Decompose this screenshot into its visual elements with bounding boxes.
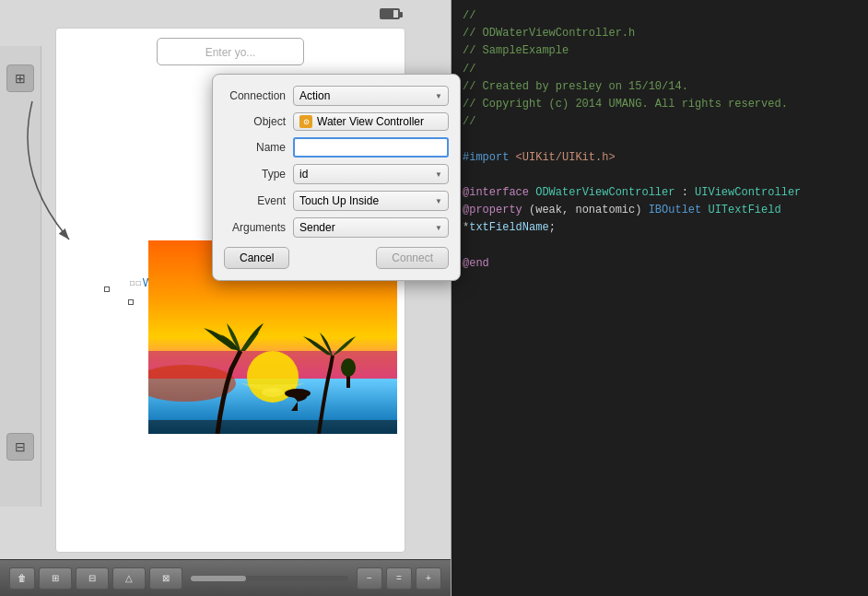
name-input-wrapper[interactable] <box>293 137 449 158</box>
zoom-reset-button[interactable]: = <box>386 567 412 590</box>
object-label: Object <box>224 115 293 128</box>
type-dropdown-arrow: ▼ <box>435 170 442 179</box>
event-dropdown-arrow: ▼ <box>435 197 442 205</box>
arguments-dropdown[interactable]: Sender ▼ <box>293 217 449 238</box>
ib-canvas: ⊞ ⊟ Enter yo... □ Wate... <box>0 0 452 596</box>
object-value-field: ⊙ Water View Controller <box>293 112 449 131</box>
code-editor: // // ODWaterViewController.h // SampleE… <box>452 0 868 596</box>
connection-dropdown-arrow: ▼ <box>435 92 442 100</box>
svg-rect-9 <box>148 420 397 434</box>
code-line-12: @property (weak, nonatomic) IBOutlet UIT… <box>463 202 857 237</box>
connection-value-field[interactable]: Action ▼ <box>293 86 449 106</box>
type-label: Type <box>224 168 293 181</box>
sim-textfield: Enter yo... <box>157 38 304 65</box>
code-line-11: @interface ODWaterViewController : UIVie… <box>463 184 857 202</box>
event-dropdown[interactable]: Touch Up Inside ▼ <box>293 191 449 211</box>
name-row: Name <box>224 137 449 158</box>
top-bar <box>0 0 451 28</box>
connect-button[interactable]: Connect <box>376 247 449 269</box>
arguments-dropdown-arrow: ▼ <box>435 224 442 232</box>
object-icon: ⊙ <box>299 115 312 128</box>
code-line-8 <box>463 131 857 148</box>
code-line-5: // Created by presley on 15/10/14. <box>463 78 857 96</box>
arguments-value-field[interactable]: Sender ▼ <box>293 217 449 238</box>
scroll-thumb[interactable] <box>191 576 246 581</box>
embed-button[interactable]: ⊠ <box>149 567 182 590</box>
type-row: Type id ▼ <box>224 164 449 184</box>
code-line-4: // <box>463 61 857 78</box>
code-line-1: // <box>463 7 857 25</box>
resolve-button[interactable]: △ <box>112 567 146 590</box>
handle-1 <box>128 299 134 305</box>
type-value-field[interactable]: id ▼ <box>293 164 449 184</box>
code-line-9: #import <UIKit/UIKit.h> <box>463 149 857 167</box>
name-label: Name <box>224 141 293 154</box>
event-value-field[interactable]: Touch Up Inside ▼ <box>293 191 449 211</box>
scrollbar-area[interactable] <box>191 576 348 581</box>
cancel-button[interactable]: Cancel <box>224 247 289 269</box>
event-row: Event Touch Up Inside ▼ <box>224 191 449 211</box>
type-dropdown-text: id <box>299 168 308 181</box>
connection-dialog: Connection Action ▼ Object ⊙ Water View … <box>212 74 461 281</box>
code-line-2: // ODWaterViewController.h <box>463 25 857 42</box>
event-label: Event <box>224 194 293 207</box>
connection-dropdown-text: Action <box>299 89 330 102</box>
code-line-6: // Copyright (c) 2014 UMANG. All rights … <box>463 96 857 113</box>
code-line-14: @end <box>463 255 857 273</box>
type-dropdown[interactable]: id ▼ <box>293 164 449 184</box>
code-line-3: // SampleExample <box>463 42 857 60</box>
code-line-10 <box>463 167 857 184</box>
code-line-13 <box>463 237 857 254</box>
arguments-label: Arguments <box>224 221 293 234</box>
dialog-buttons: Cancel Connect <box>224 247 449 269</box>
code-line-7: // <box>463 113 857 131</box>
name-input[interactable] <box>293 137 449 158</box>
sidebar-icon-top[interactable]: ⊞ <box>6 64 34 92</box>
object-text: Water View Controller <box>317 115 424 128</box>
connection-dropdown[interactable]: Action ▼ <box>293 86 449 106</box>
arguments-dropdown-text: Sender <box>299 221 335 234</box>
svg-point-8 <box>341 358 356 377</box>
battery-icon <box>380 8 400 19</box>
svg-point-6 <box>285 389 311 398</box>
bottom-toolbar: 🗑 ⊞ ⊟ △ ⊠ − = + <box>0 559 451 596</box>
arguments-row: Arguments Sender ▼ <box>224 217 449 238</box>
object-display: ⊙ Water View Controller <box>293 112 449 131</box>
object-row: Object ⊙ Water View Controller <box>224 112 449 131</box>
connection-row: Connection Action ▼ <box>224 86 449 106</box>
event-dropdown-text: Touch Up Inside <box>299 194 379 207</box>
delete-button[interactable]: 🗑 <box>9 567 35 590</box>
pin-button[interactable]: ⊟ <box>76 567 109 590</box>
sidebar-icon-bottom[interactable]: ⊟ <box>6 433 34 461</box>
zoom-out-button[interactable]: − <box>357 567 382 590</box>
zoom-in-button[interactable]: + <box>416 567 441 590</box>
layout-button[interactable]: ⊞ <box>39 567 72 590</box>
sidebar-left: ⊞ ⊟ <box>0 46 41 507</box>
connection-label: Connection <box>224 89 293 102</box>
